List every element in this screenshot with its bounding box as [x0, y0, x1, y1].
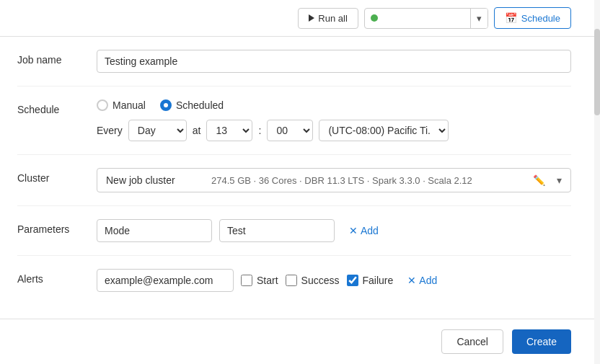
- parameters-control: ✕ Add: [97, 219, 571, 242]
- schedule-label: Schedule: [17, 99, 97, 115]
- schedule-button[interactable]: 📅 Schedule: [494, 7, 571, 29]
- alert-email-input[interactable]: [97, 269, 234, 292]
- schedule-radio-group: Manual Scheduled: [97, 99, 571, 111]
- every-label: Every: [97, 125, 123, 136]
- add-param-label: Add: [361, 225, 379, 236]
- edit-icon[interactable]: ✏️: [533, 174, 545, 186]
- cluster-status-dot: [371, 14, 378, 22]
- job-name-input[interactable]: [97, 50, 571, 73]
- run-all-label: Run all: [318, 13, 347, 24]
- add-param-button[interactable]: ✕ Add: [342, 221, 386, 241]
- scrollbar-thumb[interactable]: [594, 29, 600, 115]
- parameters-label: Parameters: [17, 219, 97, 235]
- cluster-arrow-icon[interactable]: ▾: [557, 174, 562, 186]
- success-checkbox-group: Success: [286, 275, 340, 286]
- colon-separator: :: [258, 125, 261, 136]
- schedule-time-row: Every Day Hour Minute Week Month at 13 :: [97, 120, 571, 141]
- start-label[interactable]: Start: [257, 275, 278, 286]
- schedule-timezone-select[interactable]: (UTC-08:00) Pacific Ti...: [319, 120, 449, 141]
- params-input-row: ✕ Add: [97, 219, 571, 242]
- failure-checkbox[interactable]: [347, 275, 358, 286]
- scrollbar-track: [594, 0, 600, 364]
- job-name-control: [97, 50, 571, 73]
- scheduled-radio-circle: [160, 99, 172, 111]
- schedule-row: Schedule Manual Scheduled Every Day: [17, 86, 571, 155]
- add-alert-button[interactable]: ✕ Add: [400, 270, 444, 290]
- add-param-icon: ✕: [349, 225, 358, 236]
- param-key-input[interactable]: [97, 219, 212, 242]
- create-button[interactable]: Create: [512, 329, 571, 354]
- job-name-row: Job name: [17, 37, 571, 86]
- failure-checkbox-group: Failure: [347, 275, 394, 286]
- param-value-input[interactable]: [219, 219, 335, 242]
- schedule-control: Manual Scheduled Every Day Hour Minute W…: [97, 99, 571, 141]
- cluster-dropdown-button[interactable]: ▾: [470, 9, 488, 28]
- cluster-config-row: New job cluster 274.5 GB · 36 Cores · DB…: [97, 168, 571, 192]
- run-all-button[interactable]: Run all: [298, 8, 358, 29]
- manual-label: Manual: [112, 99, 146, 111]
- start-checkbox-group: Start: [241, 275, 278, 286]
- scheduled-radio-option[interactable]: Scheduled: [160, 99, 224, 111]
- cluster-specs: 274.5 GB · 36 Cores · DBR 11.3 LTS · Spa…: [211, 175, 521, 186]
- calendar-icon: 📅: [505, 12, 517, 24]
- content: Job name Schedule Manual Scheduled: [0, 37, 600, 319]
- parameters-row: Parameters ✕ Add: [17, 206, 571, 256]
- failure-label[interactable]: Failure: [363, 275, 394, 286]
- schedule-minute-select[interactable]: 00: [267, 120, 313, 141]
- alerts-control: Start Success Failure ✕ Add: [97, 269, 571, 292]
- cluster-label: Cluster: [17, 168, 97, 184]
- manual-radio-option[interactable]: Manual: [97, 99, 146, 111]
- schedule-day-select[interactable]: Day Hour Minute Week Month: [128, 120, 187, 141]
- success-label[interactable]: Success: [301, 275, 340, 286]
- cluster-row: Cluster New job cluster 274.5 GB · 36 Co…: [17, 155, 571, 206]
- footer: Cancel Create: [0, 319, 600, 364]
- toolbar: Run all ▾ 📅 Schedule: [0, 0, 600, 37]
- alerts-input-row: Start Success Failure ✕ Add: [97, 269, 571, 292]
- add-alert-label: Add: [419, 275, 437, 286]
- cluster-select-group: ▾: [364, 8, 488, 29]
- cluster-control: New job cluster 274.5 GB · 36 Cores · DB…: [97, 168, 571, 192]
- play-icon: [309, 14, 314, 22]
- dialog: Run all ▾ 📅 Schedule Job name Schedule: [0, 0, 600, 364]
- start-checkbox[interactable]: [241, 275, 252, 286]
- schedule-hour-select[interactable]: 13: [206, 120, 252, 141]
- scheduled-label: Scheduled: [176, 99, 224, 111]
- cluster-main-name: New job cluster: [106, 174, 200, 186]
- alerts-label: Alerts: [17, 269, 97, 285]
- at-label: at: [193, 125, 201, 136]
- alerts-row: Alerts Start Success Failure: [17, 256, 571, 305]
- schedule-label: Schedule: [521, 13, 560, 24]
- manual-radio-circle: [97, 99, 108, 111]
- cluster-name-input[interactable]: [384, 9, 470, 28]
- cancel-button[interactable]: Cancel: [441, 329, 503, 354]
- add-alert-icon: ✕: [407, 275, 416, 286]
- success-checkbox[interactable]: [286, 275, 297, 286]
- job-name-label: Job name: [17, 50, 97, 66]
